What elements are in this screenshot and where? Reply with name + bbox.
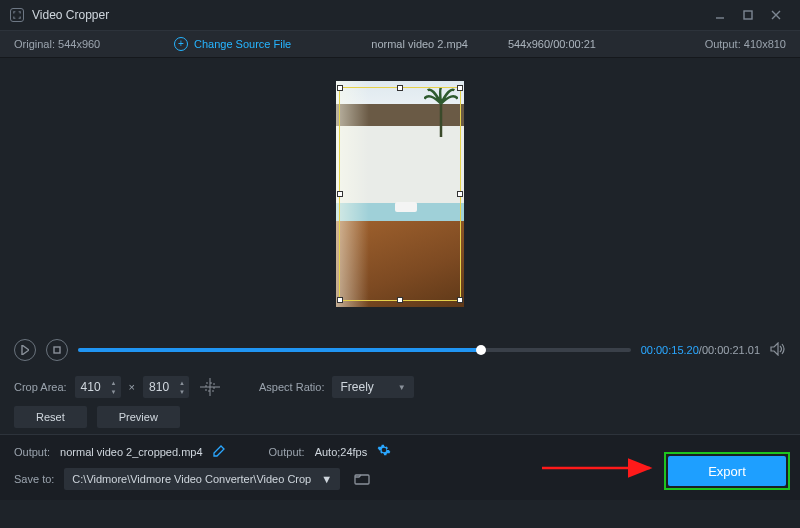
crop-height-up[interactable]: ▲ <box>177 379 187 387</box>
svg-rect-1 <box>744 11 752 19</box>
crop-handle-tr[interactable] <box>457 85 463 91</box>
timeline-knob[interactable] <box>476 345 486 355</box>
bottom-panel: Output: normal video 2_cropped.mp4 Outpu… <box>0 434 800 500</box>
save-path-value: C:\Vidmore\Vidmore Video Converter\Video… <box>72 473 311 485</box>
time-current: 00:00:15.20 <box>641 344 699 356</box>
play-button[interactable] <box>14 339 36 361</box>
crop-height-down[interactable]: ▼ <box>177 388 187 396</box>
save-to-label: Save to: <box>14 473 54 485</box>
chevron-down-icon: ▼ <box>398 383 406 392</box>
aspect-ratio-label: Aspect Ratio: <box>259 381 324 393</box>
crop-area-label: Crop Area: <box>14 381 67 393</box>
source-info: 544x960/00:00:21 <box>508 38 596 50</box>
crop-width-value: 410 <box>81 380 109 394</box>
maximize-button[interactable] <box>734 5 762 25</box>
export-button[interactable]: Export <box>668 456 786 486</box>
aspect-ratio-select[interactable]: Freely ▼ <box>332 376 413 398</box>
plus-icon: + <box>174 37 188 51</box>
output-file-label: Output: <box>14 446 50 458</box>
crop-width-input[interactable]: 410 ▲ ▼ <box>75 376 121 398</box>
rename-button[interactable] <box>213 445 225 459</box>
crop-handle-bm[interactable] <box>397 297 403 303</box>
original-label: Original: <box>14 38 55 50</box>
output-dim-label: Output: <box>705 38 741 50</box>
crop-controls: Crop Area: 410 ▲ ▼ × 810 ▲ ▼ Aspect Rati… <box>0 370 800 434</box>
minimize-button[interactable] <box>706 5 734 25</box>
crop-handle-tm[interactable] <box>397 85 403 91</box>
crop-handle-tl[interactable] <box>337 85 343 91</box>
crop-handle-ml[interactable] <box>337 191 343 197</box>
export-label: Export <box>708 464 746 479</box>
output-format-label: Output: <box>269 446 305 458</box>
close-button[interactable] <box>762 5 790 25</box>
player-bar: 00:00:15.20/00:00:21.01 <box>0 330 800 370</box>
timeline-slider[interactable] <box>78 348 631 352</box>
video-frame[interactable] <box>336 81 464 307</box>
crop-rectangle[interactable] <box>339 87 461 301</box>
save-path-select[interactable]: C:\Vidmore\Vidmore Video Converter\Video… <box>64 468 340 490</box>
crop-width-up[interactable]: ▲ <box>109 379 119 387</box>
crop-width-down[interactable]: ▼ <box>109 388 119 396</box>
crop-height-input[interactable]: 810 ▲ ▼ <box>143 376 189 398</box>
stop-button[interactable] <box>46 339 68 361</box>
crop-handle-bl[interactable] <box>337 297 343 303</box>
time-total: /00:00:21.01 <box>699 344 760 356</box>
aspect-ratio-value: Freely <box>340 380 373 394</box>
crop-sep: × <box>129 381 135 393</box>
output-dim-value: 410x810 <box>744 38 786 50</box>
time-display: 00:00:15.20/00:00:21.01 <box>641 344 760 356</box>
volume-button[interactable] <box>770 342 786 359</box>
change-source-label: Change Source File <box>194 38 291 50</box>
original-dimensions: Original: 544x960 <box>14 38 174 50</box>
open-folder-button[interactable] <box>350 468 374 490</box>
source-filename: normal video 2.mp4 <box>371 38 468 50</box>
title-bar: Video Cropper <box>0 0 800 30</box>
svg-rect-2 <box>54 347 60 353</box>
output-dimensions: Output: 410x810 <box>676 38 786 50</box>
center-crop-button[interactable] <box>197 376 223 398</box>
crop-height-value: 810 <box>149 380 177 394</box>
chevron-down-icon: ▼ <box>321 473 332 485</box>
crop-handle-mr[interactable] <box>457 191 463 197</box>
preview-area <box>0 58 800 330</box>
output-format-value: Auto;24fps <box>315 446 368 458</box>
crop-handle-br[interactable] <box>457 297 463 303</box>
format-settings-button[interactable] <box>377 443 391 460</box>
preview-button[interactable]: Preview <box>97 406 180 428</box>
change-source-button[interactable]: + Change Source File <box>174 37 291 51</box>
reset-button[interactable]: Reset <box>14 406 87 428</box>
original-value: 544x960 <box>58 38 100 50</box>
app-title: Video Cropper <box>32 8 706 22</box>
info-bar: Original: 544x960 + Change Source File n… <box>0 30 800 58</box>
output-filename: normal video 2_cropped.mp4 <box>60 446 202 458</box>
app-icon <box>10 8 24 22</box>
